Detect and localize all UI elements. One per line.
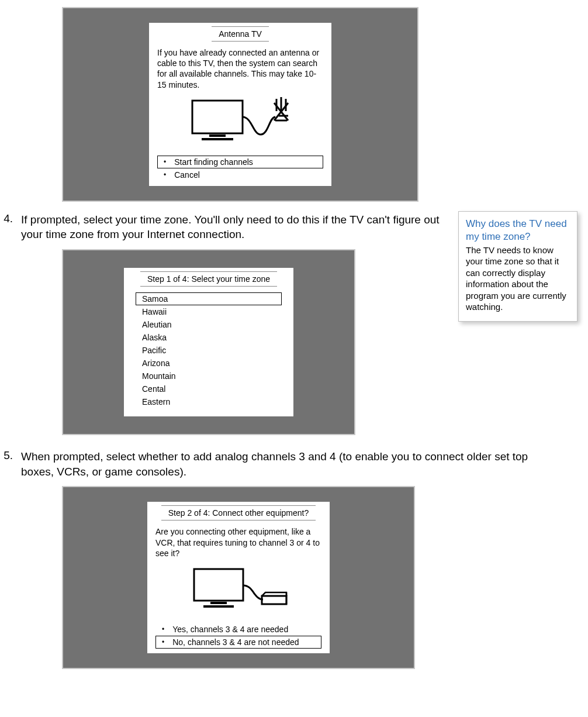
step-text: When prompted, select whether to add ana… xyxy=(21,449,559,479)
svg-rect-10 xyxy=(194,569,243,601)
bullet-icon: • xyxy=(162,625,164,633)
tz-item-pacific[interactable]: Pacific xyxy=(136,344,282,357)
tv-panel: Antenna TV If you have already connected… xyxy=(149,23,331,186)
antenna-illustration xyxy=(149,94,331,154)
tz-label: Mountain xyxy=(142,371,176,381)
tz-item-central[interactable]: Cental xyxy=(136,382,282,395)
tz-label: Aleutian xyxy=(142,320,172,329)
tv-frame: Step 1 of 4: Select your time zone Samoa… xyxy=(62,249,355,435)
panel-title: Step 2 of 4: Connect other equipment? xyxy=(161,505,316,520)
timezone-screenshot: Step 1 of 4: Select your time zone Samoa… xyxy=(62,249,355,435)
step-5: 5. When prompted, select whether to add … xyxy=(0,449,588,479)
tz-item-arizona[interactable]: Arizona xyxy=(136,357,282,370)
svg-rect-0 xyxy=(192,101,243,133)
tz-label: Samoa xyxy=(142,294,168,304)
option-label: Start finding channels xyxy=(174,157,253,167)
step-number: 5. xyxy=(0,449,13,462)
vcr-illustration xyxy=(147,562,330,622)
tz-label: Hawaii xyxy=(142,307,167,316)
tv-frame: Step 2 of 4: Connect other equipment? Ar… xyxy=(62,486,415,669)
bullet-icon: • xyxy=(164,158,166,166)
svg-rect-1 xyxy=(209,135,226,137)
timezone-sidebar: Why does the TV need my time zone? The T… xyxy=(458,211,577,322)
tz-item-hawaii[interactable]: Hawaii xyxy=(136,305,282,318)
tz-label: Cental xyxy=(142,384,165,394)
panel-title: Step 1 of 4: Select your time zone xyxy=(140,271,277,287)
bullet-icon: • xyxy=(164,171,166,179)
tz-label: Alaska xyxy=(142,333,167,342)
svg-rect-13 xyxy=(262,596,286,604)
option-list: • Start finding channels • Cancel xyxy=(149,154,331,186)
option-label: Cancel xyxy=(174,170,200,180)
timezone-list: Samoa Hawaii Aleutian Alaska Pacific Ari… xyxy=(124,292,293,416)
tz-item-samoa[interactable]: Samoa xyxy=(136,292,282,305)
antenna-tv-screenshot: Antenna TV If you have already connected… xyxy=(62,7,418,202)
step-text: If prompted, select your time zone. You'… xyxy=(21,212,442,242)
sidebar-title: Why does the TV need my time zone? xyxy=(466,218,570,243)
panel-body: If you have already connected an antenna… xyxy=(149,42,331,94)
svg-rect-12 xyxy=(203,605,234,608)
svg-rect-2 xyxy=(202,138,233,140)
sidebar-body: The TV needs to know your time zone so t… xyxy=(466,244,570,313)
option-list: • Yes, channels 3 & 4 are needed • No, c… xyxy=(147,622,330,653)
panel-title: Antenna TV xyxy=(212,26,269,42)
panel-body: Are you connecting other equipment, like… xyxy=(147,520,330,562)
tz-label: Eastern xyxy=(142,397,170,406)
tz-item-aleutian[interactable]: Aleutian xyxy=(136,318,282,331)
bullet-icon: • xyxy=(162,638,164,646)
tz-label: Arizona xyxy=(142,358,170,368)
step-4: 4. If prompted, select your time zone. Y… xyxy=(0,212,444,242)
tv-panel: Step 1 of 4: Select your time zone Samoa… xyxy=(124,268,293,416)
connect-equipment-screenshot: Step 2 of 4: Connect other equipment? Ar… xyxy=(62,486,415,669)
option-label: Yes, channels 3 & 4 are needed xyxy=(172,625,288,634)
tz-item-mountain[interactable]: Mountain xyxy=(136,370,282,382)
tv-frame: Antenna TV If you have already connected… xyxy=(62,7,418,202)
option-yes-channels-needed[interactable]: • Yes, channels 3 & 4 are needed xyxy=(155,623,321,636)
tz-item-alaska[interactable]: Alaska xyxy=(136,331,282,344)
tz-label: Pacific xyxy=(142,346,166,355)
option-cancel[interactable]: • Cancel xyxy=(157,168,323,181)
svg-rect-11 xyxy=(210,602,227,604)
option-label: No, channels 3 & 4 are not needed xyxy=(172,637,299,647)
option-no-channels-not-needed[interactable]: • No, channels 3 & 4 are not needed xyxy=(155,636,321,649)
option-start-finding-channels[interactable]: • Start finding channels xyxy=(157,156,323,168)
tz-item-eastern[interactable]: Eastern xyxy=(136,395,282,408)
step-number: 4. xyxy=(0,212,13,225)
tv-panel: Step 2 of 4: Connect other equipment? Ar… xyxy=(147,502,330,653)
